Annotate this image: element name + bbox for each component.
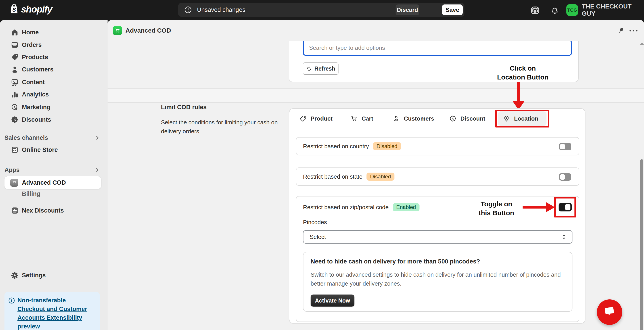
rule-row-state: Restrict based on state Disabled (296, 167, 580, 186)
sidebar-item-analytics[interactable]: Analytics (0, 88, 108, 101)
chat-widget-button[interactable] (597, 299, 622, 325)
scrollbar-thumb[interactable] (640, 159, 643, 330)
scroll-up-arrow[interactable] (640, 42, 644, 45)
chevron-right-icon (94, 166, 100, 173)
discount-badge-icon (449, 115, 456, 122)
tab-product[interactable]: Product (300, 111, 332, 126)
red-arrow-down (517, 81, 520, 102)
toggle-knob (560, 144, 565, 149)
more-options-icon[interactable] (628, 28, 636, 36)
promo-body: Switch to our advanced settings to hide … (310, 270, 568, 288)
tag-icon (300, 115, 306, 122)
user-avatar[interactable]: TCG (566, 4, 578, 16)
tab-location[interactable]: Location (498, 111, 546, 126)
sidebar-section-apps[interactable]: Apps (0, 165, 108, 175)
pincodes-label: Pincodes (303, 219, 327, 226)
pin-icon[interactable] (617, 27, 624, 34)
image-icon (11, 78, 19, 86)
extensibility-link[interactable]: Checkout and Customer Accounts Extensibi… (18, 306, 87, 321)
notifications-bell-icon[interactable] (550, 5, 560, 15)
chat-bubble-icon (603, 306, 616, 318)
home-icon (11, 28, 19, 36)
sidebar-item-content[interactable]: Content (0, 76, 108, 88)
shopify-wordmark: shopify (21, 4, 52, 15)
main-content: Advanced COD Refresh Click on Location B… (108, 20, 644, 330)
sidebar-item-advanced-cod[interactable]: Advanced COD (4, 176, 101, 189)
orders-icon (11, 41, 19, 49)
sidebar-item-customers[interactable]: Customers (0, 63, 108, 75)
select-chevrons-icon (561, 234, 567, 240)
promo-heading: Need to hide cash on delivery for more t… (310, 258, 480, 265)
red-arrow-right (522, 206, 547, 208)
cart-icon (350, 115, 358, 122)
zip-toggle[interactable] (558, 203, 572, 211)
target-cursor-icon (11, 103, 19, 111)
limit-cod-rules-card: Product Cart Customers Discount Location (289, 108, 586, 324)
advanced-settings-promo-card: Need to hide cash on delivery for more t… (303, 252, 572, 312)
app-header: Advanced COD (108, 20, 644, 41)
section-title: Limit COD rules (161, 104, 206, 111)
sidebar-item-marketing[interactable]: Marketing (0, 101, 108, 113)
annotation-click-location: Click on Location Button (495, 64, 551, 82)
gear-icon (11, 271, 19, 279)
tab-cart[interactable]: Cart (350, 111, 373, 126)
discard-button[interactable]: Discard (396, 4, 419, 15)
rule-row-zip: Restrict based on zip/postal code Enable… (296, 196, 580, 322)
notice-line1: Non-transferable (18, 296, 96, 305)
tab-discount[interactable]: Discount (449, 111, 485, 126)
topbar: S shopify Unsaved changes Discard Save T… (0, 0, 644, 20)
tag-icon (11, 53, 19, 61)
shopify-admin-window: S shopify Unsaved changes Discard Save T… (0, 0, 644, 330)
status-badge: Enabled (393, 203, 420, 211)
tab-customers[interactable]: Customers (393, 111, 434, 126)
bar-chart-icon (11, 90, 19, 98)
state-toggle[interactable] (559, 173, 571, 181)
advanced-cod-label: Advanced COD (22, 176, 66, 189)
toggle-knob (565, 204, 570, 210)
section-description: Select the conditions for limiting your … (161, 118, 288, 136)
chevron-right-icon (94, 134, 100, 141)
alert-circle-icon (184, 6, 192, 14)
sidebar-item-home[interactable]: Home (0, 26, 108, 38)
sidekick-assistant-icon[interactable] (530, 5, 540, 15)
unsaved-changes-bar: Unsaved changes Discard Save (178, 3, 464, 17)
annotation-toggle-on: Toggle on this Button (471, 200, 522, 217)
extensibility-notice: Non-transferable Checkout and Customer A… (4, 292, 100, 330)
country-toggle[interactable] (559, 143, 571, 150)
storefront-icon (11, 146, 19, 154)
toggle-knob (560, 174, 565, 180)
sidebar-item-products[interactable]: Products (0, 51, 108, 63)
notice-line2: preview (18, 323, 40, 330)
user-name[interactable]: THE CHECKOUT GUY (582, 0, 644, 20)
sidebar-item-settings[interactable]: Settings (0, 269, 108, 281)
rule-row-country: Restrict based on country Disabled (296, 137, 580, 156)
options-search-input[interactable] (303, 40, 572, 56)
shopify-logo[interactable]: S shopify (9, 3, 52, 16)
advanced-cod-green-icon (113, 26, 122, 35)
rule-label: Restrict based on zip/postal code (303, 204, 389, 211)
shopify-bag-icon: S (9, 3, 19, 16)
person-icon (11, 65, 19, 73)
pincodes-select-value: Select (310, 234, 326, 240)
refresh-button[interactable]: Refresh (303, 62, 338, 75)
sidebar-section-sales-channels[interactable]: Sales channels (0, 132, 108, 143)
refresh-icon (306, 66, 312, 72)
svg-text:S: S (12, 7, 16, 13)
status-badge: Disabled (366, 172, 394, 181)
page-title: Advanced COD (126, 20, 171, 41)
advanced-cod-app-icon (10, 179, 18, 187)
sidebar-item-online-store[interactable]: Online Store (0, 144, 108, 156)
rule-label: Restrict based on country (303, 143, 369, 150)
sidebar-item-nex-discounts[interactable]: Nex Discounts (0, 204, 108, 217)
save-button[interactable]: Save (442, 4, 463, 15)
sidebar-item-discounts[interactable]: Discounts (0, 114, 108, 126)
sidebar: Home Orders Products Customers Content A… (0, 20, 108, 330)
sidebar-item-orders[interactable]: Orders (0, 39, 108, 51)
pincodes-select[interactable]: Select (303, 230, 572, 244)
activate-now-button[interactable]: Activate Now (310, 295, 354, 307)
refresh-label: Refresh (314, 65, 335, 72)
section-divider (108, 88, 644, 103)
nex-discounts-app-icon (11, 206, 19, 215)
discount-badge-icon (11, 116, 19, 124)
sidebar-item-billing[interactable]: Billing (0, 188, 108, 199)
